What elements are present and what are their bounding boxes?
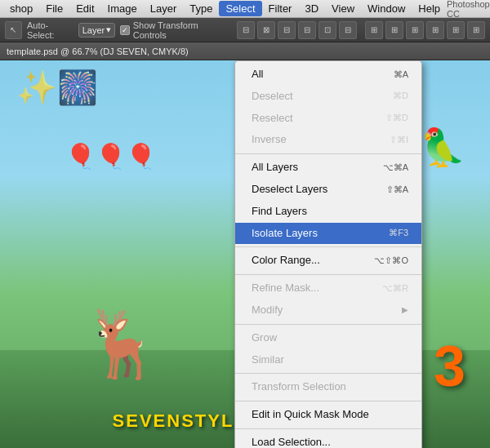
menu-edit[interactable]: Edit xyxy=(69,1,100,16)
toolbar-distribute-2[interactable]: ⊞ xyxy=(385,21,403,39)
menu-layer[interactable]: Layer xyxy=(144,1,184,16)
menu-item-modify[interactable]: Modify ▶ xyxy=(235,299,421,322)
transform-controls-label: Show Transform Controls xyxy=(133,20,229,40)
toolbar-icon-move[interactable]: ↖ xyxy=(5,21,22,39)
toolbar-align-top[interactable]: ⊟ xyxy=(298,21,316,39)
select-dropdown-menu: All ⌘A Deselect ⌘D Reselect ⇧⌘D Inverse … xyxy=(234,60,422,448)
menu-item-load-selection[interactable]: Load Selection... xyxy=(235,432,421,448)
separator-4 xyxy=(235,324,421,325)
menu-item-refine-mask[interactable]: Refine Mask... ⌥⌘R xyxy=(235,277,421,299)
layer-dropdown[interactable]: Layer ▾ xyxy=(78,23,116,38)
menu-bar: shop File Edit Image Layer Type Select F… xyxy=(0,0,490,18)
menu-view[interactable]: View xyxy=(325,1,361,16)
toolbar-align-left[interactable]: ⊟ xyxy=(237,21,255,39)
doc-tab-title: template.psd @ 66.7% (DJ SEVEN, CMYK/8) xyxy=(7,47,189,56)
menu-3d[interactable]: 3D xyxy=(298,1,325,16)
menu-item-grow[interactable]: Grow xyxy=(235,327,421,349)
fireworks-decoration: ✨🎆 xyxy=(16,69,98,107)
separator-7 xyxy=(235,428,421,429)
menu-item-deselect-layers[interactable]: Deselect Layers ⇧⌘A xyxy=(235,179,421,201)
menu-item-color-range[interactable]: Color Range... ⌥⇧⌘O xyxy=(235,250,421,272)
menu-item-quick-mask[interactable]: Edit in Quick Mask Mode xyxy=(235,404,421,426)
menu-item-reselect[interactable]: Reselect ⇧⌘D xyxy=(235,108,421,130)
doc-tab[interactable]: template.psd @ 66.7% (DJ SEVEN, CMYK/8) xyxy=(0,42,490,60)
toolbar-distribute-3[interactable]: ⊞ xyxy=(406,21,424,39)
menu-item-transform-selection[interactable]: Transform Selection xyxy=(235,376,421,398)
menu-item-deselect[interactable]: Deselect ⌘D xyxy=(235,86,421,108)
numbers-decoration: 3 xyxy=(434,334,466,399)
separator-3 xyxy=(235,274,421,275)
menu-item-all[interactable]: All ⌘A xyxy=(235,64,421,86)
menu-item-isolate-layers[interactable]: Isolate Layers ⌘F3 xyxy=(235,223,421,245)
menu-filter[interactable]: Filter xyxy=(262,1,299,16)
separator-1 xyxy=(235,153,421,154)
deer: 🦌 xyxy=(82,306,163,383)
auto-select-label: Auto-Select: xyxy=(27,20,74,40)
toolbar-distribute-5[interactable]: ⊞ xyxy=(447,21,465,39)
menu-help[interactable]: Help xyxy=(412,1,447,16)
canvas-area: ✨🎆 🎈 🎈🎈🎈 🦌 🦜 3 SEVENSTYLES PRESENTS All … xyxy=(0,60,490,448)
separator-5 xyxy=(235,373,421,374)
toolbar: ↖ Auto-Select: Layer ▾ ✓ Show Transform … xyxy=(0,18,490,42)
separator-2 xyxy=(235,246,421,247)
menu-item-all-layers[interactable]: All Layers ⌥⌘A xyxy=(235,157,421,179)
toolbar-align-center-h[interactable]: ⊠ xyxy=(257,21,275,39)
toolbar-distribute-1[interactable]: ⊞ xyxy=(365,21,383,39)
toolbar-align-bottom[interactable]: ⊟ xyxy=(339,21,357,39)
toolbar-align-right[interactable]: ⊟ xyxy=(278,21,296,39)
menu-shop[interactable]: shop xyxy=(3,1,39,16)
toolbar-align-center-v[interactable]: ⊡ xyxy=(318,21,336,39)
menu-select[interactable]: Select xyxy=(219,1,261,16)
toolbar-distribute-6[interactable]: ⊞ xyxy=(467,21,485,39)
app-name: Photoshop CC xyxy=(447,0,490,19)
balloon-group: 🎈🎈🎈 xyxy=(65,142,156,171)
menu-item-similar[interactable]: Similar xyxy=(235,349,421,371)
parrot: 🦜 xyxy=(420,126,466,169)
menu-image[interactable]: Image xyxy=(101,1,144,16)
transform-controls-checkbox[interactable]: ✓ xyxy=(120,25,129,35)
menu-item-inverse[interactable]: Inverse ⇧⌘I xyxy=(235,129,421,151)
separator-6 xyxy=(235,401,421,401)
menu-file[interactable]: File xyxy=(39,1,69,16)
toolbar-distribute-4[interactable]: ⊞ xyxy=(426,21,444,39)
transform-controls-area: ✓ Show Transform Controls xyxy=(120,20,229,40)
menu-type[interactable]: Type xyxy=(183,1,219,16)
menu-item-find-layers[interactable]: Find Layers xyxy=(235,201,421,223)
menu-window[interactable]: Window xyxy=(361,1,412,16)
